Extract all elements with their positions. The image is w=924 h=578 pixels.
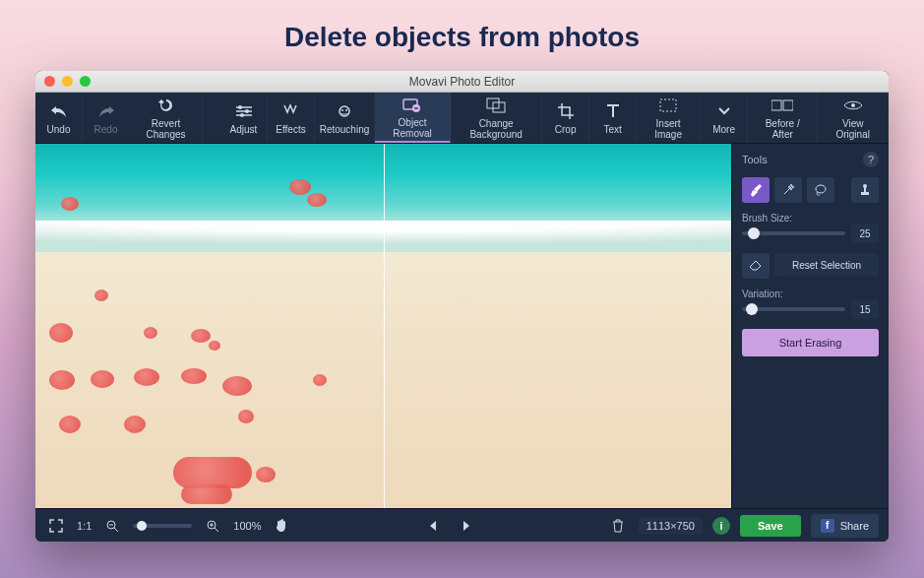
selection-mark xyxy=(181,368,207,384)
retouching-button[interactable]: Retouching xyxy=(315,93,375,143)
adjust-button[interactable]: Adjust xyxy=(220,93,268,143)
svg-rect-14 xyxy=(660,99,676,111)
brush-size-slider[interactable] xyxy=(742,231,845,235)
sliders-icon xyxy=(235,101,253,121)
svg-point-4 xyxy=(245,109,249,113)
pan-hand-icon[interactable] xyxy=(271,515,292,537)
tools-heading: Tools xyxy=(742,154,768,165)
crop-icon xyxy=(558,101,574,121)
reset-selection-button[interactable]: Reset Selection xyxy=(774,253,879,277)
toolbar-label: Object Removal xyxy=(385,117,440,139)
chevron-down-icon xyxy=(718,101,730,121)
help-icon[interactable]: ? xyxy=(863,152,879,167)
selection-mark xyxy=(49,323,73,343)
selection-mark xyxy=(256,467,276,482)
lasso-tool[interactable] xyxy=(807,177,834,203)
toolbar-label: Crop xyxy=(555,124,577,135)
info-icon[interactable]: i xyxy=(712,517,730,535)
share-button[interactable]: f Share xyxy=(811,514,879,538)
selection-mark xyxy=(313,374,327,386)
page-headline: Delete objects from photos xyxy=(284,22,640,53)
toolbar-label: Retouching xyxy=(320,124,370,135)
more-button[interactable]: More xyxy=(701,93,748,143)
selection-mark xyxy=(124,416,146,433)
brush-size-value: 25 xyxy=(851,224,879,243)
brush-tool[interactable] xyxy=(742,177,770,203)
svg-point-17 xyxy=(851,103,855,107)
selection-mark xyxy=(191,329,211,343)
fullscreen-icon[interactable] xyxy=(45,515,67,537)
toolbar-label: More xyxy=(712,124,735,135)
toolbar-label: Revert Changes xyxy=(140,118,192,140)
revert-button[interactable]: Revert Changes xyxy=(130,93,203,143)
crop-button[interactable]: Crop xyxy=(542,93,589,143)
work-area: Tools ? Brush Size: 25 Reset Selection xyxy=(35,144,889,508)
text-button[interactable]: Text xyxy=(589,93,637,143)
magic-wand-tool[interactable] xyxy=(774,177,802,203)
toolbar-label: Redo xyxy=(94,124,118,135)
selection-mark xyxy=(59,416,81,433)
undo-button[interactable]: Undo xyxy=(35,93,83,143)
right-panel: Tools ? Brush Size: 25 Reset Selection xyxy=(731,144,889,508)
zoom-percent: 100% xyxy=(233,520,261,532)
revert-icon xyxy=(157,96,175,115)
selection-mark xyxy=(181,484,232,504)
insert-image-button[interactable]: Insert Image xyxy=(637,93,701,143)
toolbar-label: Adjust xyxy=(230,124,258,135)
selection-mark xyxy=(61,197,79,211)
window-title: Movavi Photo Editor xyxy=(35,75,889,89)
compare-icon xyxy=(771,96,793,115)
variation-label: Variation: xyxy=(742,289,879,299)
undo-icon xyxy=(50,101,68,121)
selection-mark xyxy=(144,327,157,339)
view-original-button[interactable]: View Original xyxy=(818,93,889,143)
next-image-icon[interactable] xyxy=(456,515,477,537)
svg-line-26 xyxy=(215,528,218,532)
svg-point-8 xyxy=(345,109,347,111)
eraser-tool[interactable] xyxy=(742,253,770,279)
svg-point-3 xyxy=(238,105,242,109)
share-label: Share xyxy=(840,520,869,532)
image-canvas[interactable] xyxy=(35,144,731,508)
prev-image-icon[interactable] xyxy=(422,515,444,537)
effects-icon xyxy=(282,101,300,121)
variation-value: 15 xyxy=(851,299,879,319)
svg-point-7 xyxy=(341,109,343,111)
selection-mark xyxy=(289,179,311,195)
effects-button[interactable]: Effects xyxy=(268,93,315,143)
svg-rect-16 xyxy=(783,100,793,110)
svg-point-21 xyxy=(863,184,867,188)
selection-mark xyxy=(94,289,108,301)
app-window: Movavi Photo Editor Undo Redo Revert Cha… xyxy=(35,71,889,542)
save-button[interactable]: Save xyxy=(740,515,801,537)
change-bg-button[interactable]: Change Background xyxy=(451,93,542,143)
toolbar-label: Text xyxy=(603,124,621,135)
start-erasing-button[interactable]: Start Erasing xyxy=(742,329,879,356)
zoom-in-icon[interactable] xyxy=(202,515,223,537)
brush-size-label: Brush Size: xyxy=(742,213,879,224)
toolbar-label: Insert Image xyxy=(647,118,690,140)
zoom-slider[interactable] xyxy=(133,524,192,528)
eye-icon xyxy=(843,96,863,115)
redo-icon xyxy=(97,101,115,121)
svg-point-5 xyxy=(240,113,244,117)
svg-rect-19 xyxy=(861,192,869,195)
titlebar: Movavi Photo Editor xyxy=(35,71,889,93)
object-removal-button[interactable]: Object Removal xyxy=(375,93,451,143)
zoom-out-icon[interactable] xyxy=(101,515,123,537)
fit-actual-button[interactable]: 1:1 xyxy=(77,520,92,532)
redo-button[interactable]: Redo xyxy=(83,93,130,143)
selection-mark xyxy=(91,370,114,388)
text-icon xyxy=(606,101,620,121)
before-after-button[interactable]: Before / After xyxy=(748,93,818,143)
object-removal-icon xyxy=(402,95,422,114)
selection-mark xyxy=(222,376,252,396)
variation-slider[interactable] xyxy=(742,307,845,311)
selection-mark xyxy=(134,368,159,386)
background-icon xyxy=(486,96,506,115)
stamp-tool[interactable] xyxy=(851,177,879,203)
split-divider[interactable] xyxy=(384,144,385,508)
main-toolbar: Undo Redo Revert Changes Adjust Effects xyxy=(35,93,889,144)
toolbar-label: Undo xyxy=(47,124,71,135)
trash-icon[interactable] xyxy=(607,515,629,537)
